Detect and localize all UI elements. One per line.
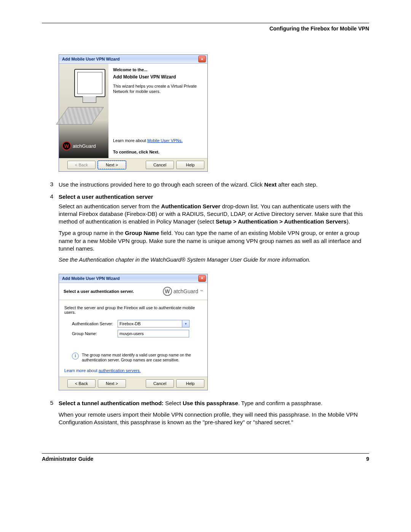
group-name-input[interactable]: muvpn-users xyxy=(118,330,189,337)
step-4-note: See the Authentication chapter in the Wa… xyxy=(59,256,369,264)
step-number: 3 xyxy=(42,181,59,187)
wizard-description: This wizard helps you create a Virtual P… xyxy=(113,83,203,94)
wizard-welcome-label: Welcome to the... xyxy=(113,67,203,72)
close-icon[interactable]: × xyxy=(198,56,206,62)
step-5-p1: Select a tunnel authentication method: S… xyxy=(59,399,369,407)
watchguard-logo: WatchGuard xyxy=(61,139,106,154)
wizard-learn-more: Learn more about Mobile User VPNs. xyxy=(113,138,203,143)
close-icon[interactable]: × xyxy=(198,275,206,282)
next-button[interactable]: Next > xyxy=(98,161,126,169)
panel-title: Select a user authentication server. xyxy=(64,289,134,294)
mobile-user-vpns-link[interactable]: Mobile User VPNs. xyxy=(147,138,183,143)
learn-more-auth: Learn more about authentication servers. xyxy=(64,368,202,373)
auth-server-dropdown[interactable]: Firebox-DB xyxy=(118,320,182,328)
authentication-servers-link[interactable]: authentication servers. xyxy=(99,368,141,373)
info-icon: i xyxy=(72,353,79,359)
group-name-info-text: The group name must identify a valid use… xyxy=(82,353,194,363)
wizard-subtitle: Add Mobile User VPN Wizard xyxy=(113,74,203,80)
footer-guide-name: Administrator Guide xyxy=(42,456,93,462)
group-name-label: Group Name: xyxy=(72,331,118,336)
cancel-button[interactable]: Cancel xyxy=(146,161,174,169)
footer-page-number: 9 xyxy=(366,456,369,462)
step-5-p2: When your remote users import their Mobi… xyxy=(59,411,369,427)
step-number: 4 xyxy=(42,193,59,200)
step-4-heading: Select a user authentication server xyxy=(59,193,369,201)
auth-server-label: Authentication Server: xyxy=(72,321,118,326)
wizard-title: Add Mobile User VPN Wizard xyxy=(62,57,198,61)
wizard-welcome-dialog: Add Mobile User VPN Wizard × WatchGuard … xyxy=(59,54,208,172)
next-button[interactable]: Next > xyxy=(98,379,126,388)
step-3-text: Use the instructions provided here to go… xyxy=(59,181,369,189)
back-button[interactable]: < Back xyxy=(67,379,96,388)
help-button[interactable]: Help xyxy=(176,379,204,388)
wizard-auth-server-dialog: Add Mobile User VPN Wizard × Select a us… xyxy=(59,274,208,390)
help-button[interactable]: Help xyxy=(176,161,204,169)
cancel-button[interactable]: Cancel xyxy=(146,379,174,388)
watchguard-logo: WatchGuard™ xyxy=(163,287,203,296)
chevron-down-icon[interactable]: ▾ xyxy=(182,320,190,328)
wizard-continue-label: To continue, click Next. xyxy=(113,150,203,154)
page-header-title: Configuring the Firebox for Mobile VPN xyxy=(42,26,369,32)
step-number: 5 xyxy=(42,399,59,406)
panel-instruction: Select the server and group the Firebox … xyxy=(64,305,202,315)
wizard-sidebar-art: WatchGuard xyxy=(59,64,108,158)
step-4-p2: Type a group name in the Group Name fiel… xyxy=(59,229,369,252)
wizard-title: Add Mobile User VPN Wizard xyxy=(62,276,198,281)
back-button: < Back xyxy=(67,161,96,169)
step-4-p1: Select an authentication server from the… xyxy=(59,203,369,226)
